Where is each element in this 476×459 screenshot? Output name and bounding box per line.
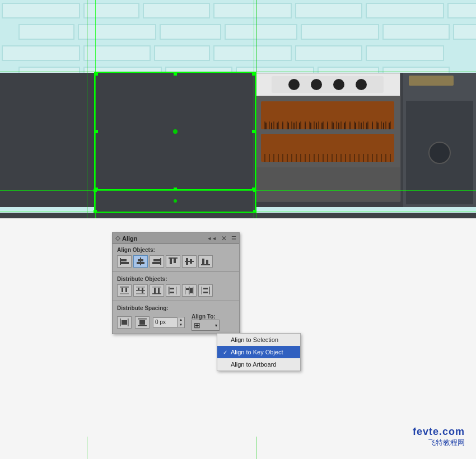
dist-bottom-button[interactable] bbox=[150, 284, 164, 297]
align-panel: ◇ Align ◄◄ ✕ ☰ Align Objects: bbox=[112, 232, 240, 334]
svg-rect-46 bbox=[122, 320, 127, 325]
svg-rect-8 bbox=[152, 262, 160, 264]
svg-rect-2 bbox=[121, 262, 129, 264]
align-right-button[interactable] bbox=[150, 255, 164, 268]
svg-rect-25 bbox=[142, 288, 143, 293]
align-center-h-button[interactable] bbox=[133, 255, 148, 268]
dist-h-center-button[interactable] bbox=[182, 284, 197, 297]
align-top-button[interactable] bbox=[166, 255, 180, 268]
guide-line-vertical-4 bbox=[254, 0, 254, 218]
svg-rect-45 bbox=[128, 319, 129, 326]
svg-rect-29 bbox=[158, 288, 160, 293]
dist-space-h-button[interactable] bbox=[117, 316, 132, 329]
panel-controls[interactable]: ◄◄ ✕ ☰ bbox=[207, 235, 236, 242]
svg-rect-43 bbox=[209, 287, 210, 294]
distribute-objects-label: Distribute Objects: bbox=[117, 276, 235, 282]
svg-rect-20 bbox=[125, 288, 127, 292]
svg-rect-24 bbox=[136, 290, 145, 291]
panel-title: ◇ Align bbox=[115, 235, 138, 242]
svg-rect-35 bbox=[185, 287, 186, 294]
collapse-button[interactable]: ◄◄ bbox=[207, 236, 217, 241]
align-objects-section: Align Objects: bbox=[113, 244, 239, 270]
svg-rect-11 bbox=[174, 259, 176, 263]
align-bottom-button[interactable] bbox=[198, 255, 213, 268]
svg-rect-37 bbox=[189, 287, 190, 294]
dist-top-button[interactable] bbox=[117, 284, 132, 297]
align-to-artboard-item[interactable]: Align to Artboard bbox=[217, 358, 300, 371]
svg-rect-47 bbox=[138, 319, 147, 320]
dist-v-center-button[interactable] bbox=[133, 284, 148, 297]
align-to-artboard-label: Align to Artboard bbox=[231, 361, 276, 368]
oven-body bbox=[255, 96, 400, 167]
align-to-dropdown-menu: Align to Selection ✓ Align to Key Object… bbox=[217, 333, 301, 371]
svg-rect-28 bbox=[154, 288, 156, 293]
spacing-input[interactable]: 0 px bbox=[153, 317, 178, 327]
divider-1 bbox=[113, 271, 239, 272]
svg-rect-30 bbox=[152, 293, 161, 294]
svg-rect-34 bbox=[176, 287, 177, 294]
oven-area bbox=[255, 73, 400, 202]
svg-rect-15 bbox=[201, 264, 210, 265]
distribute-spacing-section: Distribute Spacing: 0 px bbox=[113, 302, 239, 334]
spacing-input-container[interactable]: 0 px ▲ ▼ bbox=[153, 317, 185, 328]
svg-rect-36 bbox=[186, 288, 189, 290]
svg-rect-42 bbox=[203, 292, 208, 293]
align-to-selection-item[interactable]: Align to Selection bbox=[217, 334, 300, 346]
svg-rect-32 bbox=[170, 288, 174, 289]
svg-rect-31 bbox=[169, 287, 170, 294]
guide-line-horizontal-2 bbox=[0, 190, 476, 191]
guide-line-horizontal-3 bbox=[0, 212, 476, 212]
align-to-key-object-label: Align to Key Object bbox=[231, 349, 283, 355]
align-to-key-object-item[interactable]: ✓ Align to Key Object bbox=[217, 346, 300, 358]
svg-rect-38 bbox=[190, 288, 193, 293]
align-center-v-button[interactable] bbox=[182, 255, 197, 268]
monitor-selection-box bbox=[95, 73, 255, 190]
align-left-button[interactable] bbox=[117, 255, 132, 268]
svg-rect-18 bbox=[120, 287, 129, 288]
bottom-dark-bar bbox=[0, 213, 476, 218]
stepper-down-button[interactable]: ▼ bbox=[178, 322, 184, 327]
right-appliance bbox=[403, 73, 476, 207]
panel-title-label: Align bbox=[122, 235, 138, 242]
svg-rect-4 bbox=[138, 259, 143, 261]
svg-rect-27 bbox=[152, 287, 161, 288]
selection-check bbox=[223, 337, 228, 343]
stepper-up-button[interactable]: ▲ bbox=[178, 317, 184, 322]
svg-rect-44 bbox=[120, 319, 121, 326]
align-to-dropdown[interactable]: ⊞ ▾ bbox=[192, 320, 220, 331]
menu-button[interactable]: ☰ bbox=[231, 235, 236, 241]
align-to-icon: ⊞ bbox=[194, 321, 200, 330]
canvas-area bbox=[0, 0, 476, 218]
key-object-check: ✓ bbox=[223, 349, 228, 355]
svg-rect-16 bbox=[202, 259, 204, 264]
svg-rect-7 bbox=[153, 259, 160, 261]
align-objects-row bbox=[117, 255, 235, 268]
svg-rect-10 bbox=[170, 259, 172, 264]
svg-rect-39 bbox=[193, 287, 194, 294]
guide-line-vertical-3 bbox=[95, 0, 96, 218]
close-button[interactable]: ✕ bbox=[221, 235, 227, 242]
svg-rect-1 bbox=[121, 259, 127, 261]
svg-rect-22 bbox=[136, 287, 145, 288]
dist-space-v-button[interactable] bbox=[135, 316, 150, 329]
dist-right-button[interactable] bbox=[198, 284, 213, 297]
svg-rect-13 bbox=[186, 258, 188, 265]
svg-rect-26 bbox=[136, 293, 145, 294]
dist-left-button[interactable] bbox=[166, 284, 180, 297]
bottom-selection-box bbox=[95, 190, 255, 212]
spacing-stepper[interactable]: ▲ ▼ bbox=[178, 317, 185, 328]
guide-line-vertical-2 bbox=[256, 0, 256, 218]
artboard-check bbox=[223, 362, 228, 368]
guide-v-bottom-2 bbox=[256, 437, 256, 459]
svg-rect-14 bbox=[190, 259, 192, 264]
distribute-objects-row bbox=[117, 284, 235, 297]
svg-rect-0 bbox=[120, 258, 121, 265]
watermark-url: fevte.com bbox=[413, 426, 465, 438]
watermark-cn: 飞特教程网 bbox=[413, 438, 465, 448]
divider-2 bbox=[113, 301, 239, 301]
guide-line-vertical-1 bbox=[87, 0, 87, 218]
distribute-spacing-row: 0 px ▲ ▼ Align To: ⊞ ▾ bbox=[117, 313, 235, 331]
watermark: fevte.com 飞特教程网 bbox=[413, 426, 465, 448]
svg-rect-9 bbox=[169, 257, 178, 259]
svg-rect-5 bbox=[137, 262, 144, 264]
